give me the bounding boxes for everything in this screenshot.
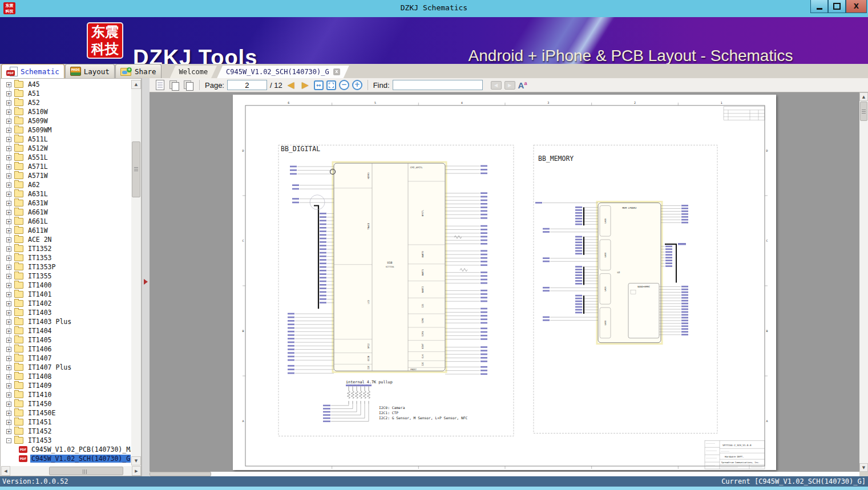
tree-vertical-scrollbar[interactable]: ▲ ▼ xyxy=(131,80,141,465)
tree-folder-row[interactable]: -IT1453 xyxy=(1,436,131,445)
tree-folder-row[interactable]: +IT1403 xyxy=(1,308,131,317)
copy-page-button[interactable] xyxy=(154,79,165,91)
tree-folder-row[interactable]: +IT1353 xyxy=(1,253,131,262)
tree-item-label[interactable]: IT1352 xyxy=(27,245,53,253)
tree-folder-row[interactable]: +IT1403 Plus xyxy=(1,317,131,326)
expand-icon[interactable]: + xyxy=(6,411,11,416)
expand-icon[interactable]: + xyxy=(6,183,11,188)
expand-icon[interactable]: + xyxy=(6,329,11,334)
tree-item-label[interactable]: IT1409 xyxy=(27,382,53,390)
scroll-right-arrow[interactable]: ▶ xyxy=(132,466,141,476)
tree-item-label[interactable]: IT1353P xyxy=(27,263,56,271)
tree-item-label[interactable]: IT1404 xyxy=(27,327,53,335)
expand-icon[interactable]: + xyxy=(6,119,11,124)
tree-item-label[interactable]: A512W xyxy=(27,144,49,152)
tree-item-label[interactable]: IT1401 xyxy=(27,290,53,298)
tree-folder-row[interactable]: +IT1451 xyxy=(1,418,131,427)
tree-folder-row[interactable]: +A51 xyxy=(1,89,131,98)
tree-item-label[interactable]: IT1453 xyxy=(27,436,53,444)
scrollbar-thumb[interactable] xyxy=(49,467,123,475)
tree-folder-row[interactable]: +A661W xyxy=(1,208,131,217)
find-input[interactable] xyxy=(393,80,483,90)
tree-folder-row[interactable]: +A631L xyxy=(1,189,131,199)
scroll-left-arrow[interactable]: ◀ xyxy=(1,466,10,476)
expand-icon[interactable]: + xyxy=(6,210,11,215)
doc-tab-welcome[interactable]: Welcome xyxy=(170,66,217,78)
tree-folder-row[interactable]: +IT1410 xyxy=(1,390,131,399)
tab-schematic[interactable]: PDF Schematic xyxy=(1,64,64,78)
tree-folder-row[interactable]: +A45 xyxy=(1,80,131,89)
tree-item-label[interactable]: C945W_V1.02_SCH(140730)_G xyxy=(30,455,131,463)
scrollbar-thumb[interactable] xyxy=(860,102,867,121)
tab-layout[interactable]: PADS Layout xyxy=(65,64,115,78)
expand-icon[interactable]: + xyxy=(6,128,11,133)
find-next-icon[interactable]: ▶ xyxy=(504,81,515,90)
tree-item-label[interactable]: IT1451 xyxy=(27,418,53,426)
viewer-horizontal-scrollbar[interactable] xyxy=(150,472,859,476)
collapse-icon[interactable]: - xyxy=(6,438,11,443)
font-size-icon[interactable]: Aa xyxy=(518,80,527,90)
tree-item-label[interactable]: IT1450 xyxy=(27,400,53,408)
tree-item-label[interactable]: IT1405 xyxy=(27,336,53,344)
viewer-vertical-scrollbar[interactable]: ▲ ▼ xyxy=(859,92,868,472)
scroll-down-arrow[interactable]: ▼ xyxy=(131,456,141,465)
panel-splitter[interactable] xyxy=(142,78,150,476)
expand-icon[interactable]: + xyxy=(6,228,11,233)
tree-item-label[interactable]: A571W xyxy=(27,172,49,180)
doc-tab-current[interactable]: C945W_V1.02_SCH(140730)_G x xyxy=(217,66,349,78)
expand-icon[interactable]: + xyxy=(6,356,11,361)
tab-share[interactable]: + Share xyxy=(115,64,162,78)
collapse-arrow-icon[interactable] xyxy=(144,279,148,285)
expand-icon[interactable]: + xyxy=(6,82,11,87)
expand-icon[interactable]: + xyxy=(6,146,11,151)
tree-folder-row[interactable]: +A631W xyxy=(1,199,131,208)
minimize-button[interactable] xyxy=(810,0,828,13)
zoom-in-button[interactable]: + xyxy=(352,80,362,90)
expand-icon[interactable]: + xyxy=(6,237,11,242)
tree-folder-row[interactable]: +IT1450 xyxy=(1,399,131,408)
expand-icon[interactable]: + xyxy=(6,91,11,96)
tree-item-label[interactable]: A611W xyxy=(27,226,49,234)
expand-icon[interactable]: + xyxy=(6,110,11,115)
expand-icon[interactable]: + xyxy=(6,219,11,224)
tree-item-label[interactable]: IT1406 xyxy=(27,345,53,353)
tree-folder-row[interactable]: +IT1401 xyxy=(1,290,131,299)
tree-item-label[interactable]: A661W xyxy=(27,208,49,216)
rotate-right-button[interactable] xyxy=(183,79,194,91)
tree-folder-row[interactable]: +ACE 2N xyxy=(1,235,131,244)
expand-icon[interactable]: + xyxy=(6,383,11,388)
tree-folder-row[interactable]: +IT1352 xyxy=(1,244,131,253)
tree-folder-row[interactable]: +IT1407 xyxy=(1,354,131,363)
tree-folder-row[interactable]: +A551L xyxy=(1,153,131,162)
expand-icon[interactable]: + xyxy=(6,155,11,160)
tree-item-label[interactable]: A45 xyxy=(27,80,41,88)
scroll-up-arrow[interactable]: ▲ xyxy=(131,80,141,89)
tree-folder-row[interactable]: +A510W xyxy=(1,107,131,116)
tree-folder-row[interactable]: +IT1407 Plus xyxy=(1,363,131,372)
expand-icon[interactable]: + xyxy=(6,201,11,206)
scrollbar-thumb[interactable] xyxy=(150,472,211,476)
expand-icon[interactable]: + xyxy=(6,420,11,425)
expand-icon[interactable]: + xyxy=(6,265,11,270)
doc-tab-close-icon[interactable]: x xyxy=(333,68,340,75)
tree-folder-row[interactable]: +IT1402 xyxy=(1,299,131,308)
tree-item-label[interactable]: IT1353 xyxy=(27,254,53,262)
tree-folder-row[interactable]: +IT1355 xyxy=(1,272,131,281)
scrollbar-thumb[interactable] xyxy=(132,141,140,197)
tree-item-label[interactable]: A52 xyxy=(27,99,41,107)
expand-icon[interactable]: + xyxy=(6,429,11,434)
tree-folder-row[interactable]: +IT1404 xyxy=(1,326,131,335)
scroll-down-arrow[interactable]: ▼ xyxy=(859,463,868,472)
expand-icon[interactable]: + xyxy=(6,347,11,352)
tree-folder-row[interactable]: +IT1400 xyxy=(1,281,131,290)
tree-item-label[interactable]: A509WM xyxy=(27,126,53,134)
tree-folder-row[interactable]: +A571L xyxy=(1,162,131,171)
tree-folder-row[interactable]: +IT1450E xyxy=(1,408,131,418)
tree-folder-row[interactable]: +A62 xyxy=(1,180,131,189)
expand-icon[interactable]: + xyxy=(6,292,11,297)
tree-item-label[interactable]: IT1400 xyxy=(27,281,53,289)
tree-folder-row[interactable]: +A509W xyxy=(1,116,131,125)
tree-horizontal-scrollbar[interactable]: ◀ ▶ xyxy=(1,466,141,476)
expand-icon[interactable]: + xyxy=(6,301,11,306)
viewer-canvas[interactable]: BB_DIGITAL BB_MEMORY U1B SC7715A xyxy=(150,92,859,472)
